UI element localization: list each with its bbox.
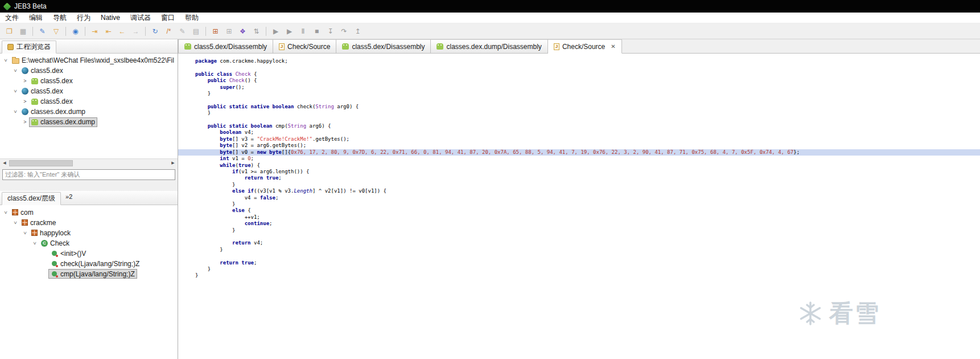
table-icon[interactable]: ⊞ — [209, 25, 222, 38]
code-line[interactable]: public Check() { — [178, 77, 980, 84]
code-line[interactable] — [178, 64, 980, 71]
code-line[interactable]: } — [178, 247, 980, 253]
code-line[interactable]: return true; — [178, 260, 980, 266]
code-line[interactable]: boolean v4; — [178, 129, 980, 136]
code-line[interactable] — [178, 234, 980, 240]
expander-closed-icon[interactable]: > — [21, 119, 29, 125]
menu-item[interactable]: 调试器 — [125, 13, 156, 23]
code-line[interactable]: package com.crackme.happylock; — [178, 58, 980, 64]
hierarchy-tree-row[interactable]: >com — [0, 207, 178, 218]
code-line[interactable]: } — [178, 110, 980, 116]
types-icon[interactable]: ❖ — [236, 25, 249, 38]
menu-item[interactable]: Native — [96, 13, 125, 23]
scroll-left-icon[interactable]: ◀ — [0, 159, 9, 168]
hierarchy-tree-row[interactable]: check(Ljava/lang/String;)Z — [0, 259, 178, 269]
save-icon[interactable]: ▦ — [17, 25, 30, 38]
debug-stop-icon[interactable]: ■ — [310, 25, 323, 38]
expander-open-icon[interactable]: > — [13, 219, 18, 227]
expander-closed-icon[interactable]: > — [21, 99, 29, 104]
copy-icon[interactable]: ▤ — [190, 25, 203, 38]
code-line[interactable]: byte[] v2 = arg6.getBytes(); — [178, 142, 980, 149]
expander-open-icon[interactable]: > — [13, 67, 18, 75]
debug-start-icon[interactable]: ▶ — [269, 25, 282, 38]
nav-forward-icon[interactable]: → — [129, 25, 142, 38]
hierarchy-tree-row[interactable]: cmp(Ljava/lang/String;)Z — [0, 269, 178, 279]
menu-item[interactable]: 帮助 — [180, 13, 204, 23]
step-into-icon[interactable]: ↧ — [324, 25, 337, 38]
project-tree-row[interactable]: >classes.dex.dump — [0, 117, 178, 127]
project-tree-row[interactable]: >classes.dex.dump — [0, 107, 178, 117]
code-line[interactable]: return v4; — [178, 240, 980, 246]
expander-closed-icon[interactable]: > — [21, 78, 29, 84]
code-line[interactable]: while(true) { — [178, 162, 980, 169]
step-out-icon[interactable]: ↥ — [351, 25, 364, 38]
tab-close-icon[interactable]: ✕ — [611, 43, 615, 50]
code-line[interactable] — [178, 253, 980, 259]
step-over-icon[interactable]: ↷ — [337, 25, 351, 38]
code-line[interactable]: } — [178, 91, 980, 97]
sort-icon[interactable]: ⇅ — [250, 25, 263, 38]
code-line[interactable]: else { — [178, 207, 980, 214]
code-line[interactable]: } — [178, 272, 980, 279]
code-line[interactable] — [178, 117, 980, 123]
brush-icon[interactable]: ✎ — [36, 25, 49, 38]
jump-back-icon[interactable]: ⇤ — [102, 25, 115, 38]
scrollbar-thumb[interactable] — [9, 160, 73, 166]
code-area[interactable]: package com.crackme.happylock; public cl… — [178, 54, 980, 359]
code-line[interactable]: public static native boolean check(Strin… — [178, 104, 980, 110]
hierarchy-tree-row[interactable]: >CCheck — [0, 238, 178, 248]
globe-icon[interactable]: ◉ — [69, 25, 82, 38]
highlighted-code-line[interactable]: byte[] v0 = new byte[]{0x76, 17, 2, 80, … — [178, 149, 980, 156]
project-tree-row[interactable]: >class5.dex — [0, 76, 178, 86]
code-line[interactable]: if(v1 >= arg6.length()) { — [178, 169, 980, 175]
code-line[interactable]: byte[] v3 = "CrackMe!CrackMe!".getBytes(… — [178, 136, 980, 142]
code-line[interactable]: } — [178, 182, 980, 188]
view-overflow-chevron[interactable]: »2 — [65, 193, 72, 202]
debug-run-icon[interactable]: ▶ — [283, 25, 296, 38]
code-line[interactable]: super(); — [178, 84, 980, 91]
code-line[interactable]: public class Check { — [178, 71, 980, 77]
code-line[interactable]: return true; — [178, 175, 980, 181]
menu-item[interactable]: 文件 — [0, 13, 24, 23]
code-line[interactable] — [178, 97, 980, 103]
project-tree-hscrollbar[interactable]: ◀ ▶ — [0, 158, 178, 167]
expander-open-icon[interactable]: > — [3, 56, 9, 64]
scrollbar-track[interactable] — [9, 159, 168, 168]
tab-project-browser[interactable]: 工程浏览器 — [2, 40, 56, 54]
code-line[interactable]: continue; — [178, 221, 980, 227]
project-tree-row[interactable]: >E:\wechat\WeChat Files\wxid_sxslbee4x0m… — [0, 55, 178, 66]
menu-item[interactable]: 编辑 — [24, 13, 48, 23]
memory-icon[interactable]: ⊞ — [223, 25, 236, 38]
code-line[interactable]: v4 = false; — [178, 195, 980, 201]
panel-sash[interactable] — [0, 182, 178, 191]
expander-open-icon[interactable]: > — [13, 87, 18, 95]
code-line[interactable]: ++v1; — [178, 214, 980, 221]
flask-icon[interactable]: ▽ — [50, 25, 63, 38]
hierarchy-tree-row[interactable]: >happylock — [0, 228, 178, 238]
code-line[interactable]: else if((v3[v1 % v3.Length] ^ v2[v1]) !=… — [178, 188, 980, 194]
editor-tab[interactable]: JCheck/Source — [273, 39, 336, 53]
code-line[interactable]: public static boolean cmp(String arg6) { — [178, 123, 980, 129]
code-line[interactable]: int v1 = 0; — [178, 156, 980, 162]
comment-icon[interactable]: /* — [162, 25, 175, 38]
code-line[interactable]: } — [178, 266, 980, 272]
editor-tab[interactable]: classes.dex.dump/Disassembly — [431, 39, 547, 53]
code-line[interactable]: } — [178, 227, 980, 234]
project-tree-row[interactable]: >class5.dex — [0, 86, 178, 96]
rename-icon[interactable]: ✎ — [176, 25, 189, 38]
hierarchy-tree-row[interactable]: <init>()V — [0, 248, 178, 259]
expander-open-icon[interactable]: > — [3, 209, 9, 217]
refresh-icon[interactable]: ↻ — [149, 25, 162, 38]
editor-tab[interactable]: class5.dex/Disassembly — [336, 39, 431, 53]
debug-pause-icon[interactable]: Ⅱ — [297, 25, 310, 38]
jump-into-icon[interactable]: ⇥ — [88, 25, 101, 38]
expander-open-icon[interactable]: > — [22, 229, 28, 237]
expander-open-icon[interactable]: > — [32, 239, 38, 247]
nav-back-icon[interactable]: ← — [116, 25, 129, 38]
open-icon[interactable]: ❐ — [3, 25, 16, 38]
project-tree-row[interactable]: >class5.dex — [0, 96, 178, 107]
code-line[interactable]: } — [178, 201, 980, 207]
menu-item[interactable]: 导航 — [48, 13, 72, 23]
filter-input[interactable] — [2, 169, 175, 180]
expander-open-icon[interactable]: > — [13, 108, 18, 116]
